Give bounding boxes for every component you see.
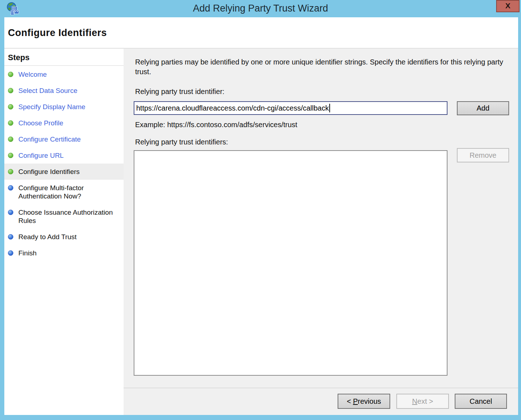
close-button[interactable]: X: [496, 0, 520, 12]
sidebar-item-select-data-source[interactable]: Select Data Source: [4, 82, 124, 99]
step-bullet-icon: [8, 137, 13, 142]
identifier-label: Relying party trust identifier:: [135, 88, 224, 96]
step-bullet-icon: [8, 210, 13, 215]
page-header: Configure Identifiers: [4, 17, 518, 49]
titlebar: Add Relying Party Trust Wizard X: [0, 0, 521, 17]
step-label: Choose Issuance Authorization Rules: [18, 208, 121, 225]
identifier-input[interactable]: https://carena.cloudflareaccess.com/cdn-…: [134, 101, 447, 115]
example-text: Example: https://fs.contoso.com/adfs/ser…: [135, 121, 297, 129]
intro-text: Relying parties may be identified by one…: [135, 57, 504, 77]
wizard-content: Configure Identifiers Steps WelcomeSelec…: [4, 17, 518, 415]
text-caret: [329, 104, 330, 112]
previous-button[interactable]: < Previous: [338, 394, 390, 409]
step-label: Configure Certificate: [18, 135, 81, 143]
sidebar-item-configure-certificate[interactable]: Configure Certificate: [4, 131, 124, 147]
step-bullet-icon: [8, 250, 13, 256]
step-bullet-icon: [8, 72, 13, 77]
identifiers-list-label: Relying party trust identifiers:: [135, 138, 228, 146]
steps-sidebar: Steps WelcomeSelect Data SourceSpecify D…: [4, 49, 124, 415]
step-label: Ready to Add Trust: [18, 233, 77, 241]
page-title: Configure Identifiers: [8, 27, 107, 39]
step-label: Configure Identifiers: [18, 167, 80, 176]
window-title: Add Relying Party Trust Wizard: [0, 0, 521, 17]
sidebar-item-configure-multi-factor-authentication-now: Configure Multi-factor Authentication No…: [4, 180, 124, 204]
sidebar-item-finish: Finish: [4, 245, 124, 261]
sidebar-item-choose-profile[interactable]: Choose Profile: [4, 115, 124, 131]
sidebar-item-ready-to-add-trust: Ready to Add Trust: [4, 229, 124, 245]
sidebar-item-configure-url[interactable]: Configure URL: [4, 147, 124, 164]
main-panel: Relying parties may be identified by one…: [124, 49, 518, 415]
step-bullet-icon: [8, 153, 13, 158]
step-label: Select Data Source: [18, 86, 77, 95]
sidebar-item-configure-identifiers: Configure Identifiers: [4, 164, 124, 180]
cancel-button[interactable]: Cancel: [455, 394, 507, 409]
step-bullet-icon: [8, 88, 13, 93]
identifier-input-value: https://carena.cloudflareaccess.com/cdn-…: [136, 104, 329, 112]
sidebar-item-specify-display-name[interactable]: Specify Display Name: [4, 99, 124, 115]
remove-button[interactable]: Remove: [457, 148, 509, 162]
step-label: Specify Display Name: [18, 103, 85, 111]
footer-divider: [124, 388, 518, 388]
next-button[interactable]: Next >: [396, 394, 449, 409]
step-label: Configure URL: [18, 151, 64, 160]
step-bullet-icon: [8, 234, 13, 240]
steps-list: WelcomeSelect Data SourceSpecify Display…: [4, 66, 124, 261]
step-label: Choose Profile: [18, 119, 63, 127]
wizard-window: Add Relying Party Trust Wizard X Configu…: [0, 0, 521, 420]
step-bullet-icon: [8, 104, 13, 110]
step-bullet-icon: [8, 169, 13, 174]
sidebar-item-choose-issuance-authorization-rules: Choose Issuance Authorization Rules: [4, 204, 124, 229]
steps-heading: Steps: [8, 53, 124, 62]
step-bullet-icon: [8, 120, 13, 126]
add-button[interactable]: Add: [457, 101, 509, 115]
sidebar-item-welcome[interactable]: Welcome: [4, 66, 124, 82]
step-bullet-icon: [8, 185, 13, 191]
step-label: Welcome: [18, 70, 47, 79]
step-label: Configure Multi-factor Authentication No…: [18, 184, 121, 200]
step-label: Finish: [18, 249, 37, 257]
identifiers-listbox[interactable]: [134, 150, 447, 376]
